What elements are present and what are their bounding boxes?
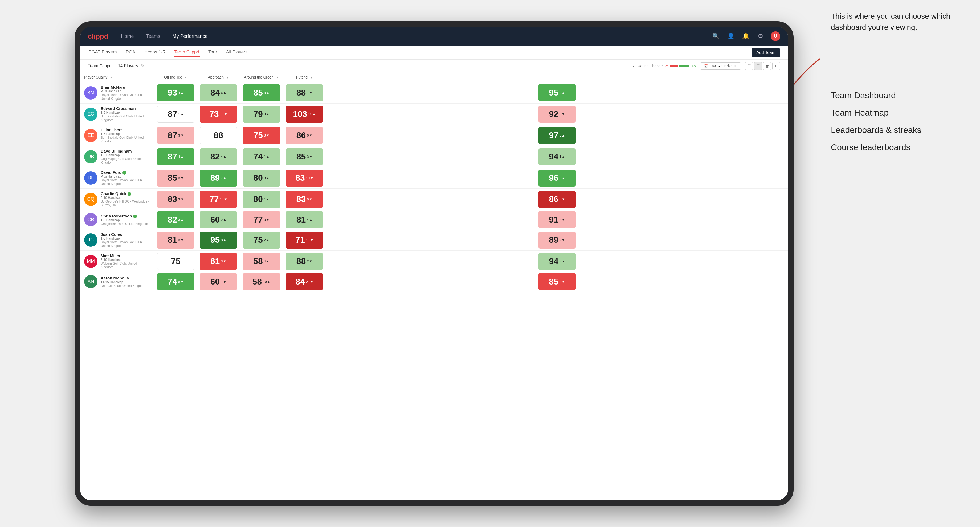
player-info-container: DB Dave Billingham 1-5 Handicap Gog Mago… [80, 146, 154, 167]
edit-icon[interactable]: ✎ [141, 63, 144, 68]
player-club: St. George's Hill GC - Weybridge - Surre… [101, 200, 150, 207]
down-arrow: ▼ [224, 112, 228, 116]
score-change: 1▼ [307, 91, 312, 95]
score-value: 82 [168, 215, 177, 225]
change-neg: -5 [665, 64, 668, 68]
player-name[interactable]: Aaron Nicholls [101, 276, 145, 280]
heatmap-view-button[interactable]: ▦ [763, 62, 771, 70]
add-team-button[interactable]: Add Team [751, 48, 780, 57]
score-value: 84 [295, 277, 305, 287]
up-arrow: ▲ [562, 259, 565, 263]
bar-positive [679, 65, 689, 67]
score-cell-putting-7: 89 2▼ [326, 229, 788, 251]
score-value: 94 [549, 256, 558, 266]
score-cell-approach-8: 58 4▲ [240, 251, 283, 272]
score-box: 88 2▼ [286, 253, 323, 270]
score-cell-around-1: 103 15▲ [283, 103, 326, 125]
nav-performance[interactable]: My Performance [170, 32, 210, 40]
score-box: 86 8▼ [538, 191, 576, 208]
player-name[interactable]: Charlie Quick [101, 191, 150, 196]
score-change: 6▼ [307, 197, 312, 201]
score-cell-approach-0: 85 8▲ [240, 82, 283, 103]
subnav-tour[interactable]: Tour [208, 48, 218, 57]
up-arrow: ▲ [223, 176, 226, 180]
subnav-hcaps[interactable]: Hcaps 1-5 [144, 48, 165, 57]
score-value: 60 [210, 215, 220, 225]
annotation-item-leaderboards: Leaderboards & streaks [831, 125, 964, 135]
player-details: Blair McHarg Plus Handicap Royal North D… [101, 85, 150, 101]
up-arrow: ▲ [266, 238, 269, 242]
score-value: 71 [295, 235, 305, 245]
player-name[interactable]: Dave Billingham [101, 149, 150, 153]
score-value: 81 [296, 215, 306, 225]
col-header-tee[interactable]: Off the Tee ▼ [154, 72, 197, 82]
score-cell-putting-8: 94 3▲ [326, 251, 788, 272]
player-details: Dave Billingham 1-5 Handicap Gog Magog G… [101, 149, 150, 165]
player-name[interactable]: Chris Robertson [101, 214, 148, 218]
score-value: 85 [296, 152, 306, 162]
down-arrow: ▼ [562, 238, 565, 242]
table-row[interactable]: DF David Ford Plus Handicap Royal North … [80, 167, 788, 189]
table-row[interactable]: AN Aaron Nicholls 11-15 Handicap Drift G… [80, 272, 788, 291]
table-row[interactable]: CQ Charlie Quick 6-10 Handicap St. Georg… [80, 189, 788, 210]
player-name[interactable]: Blair McHarg [101, 85, 150, 89]
score-box: 97 5▲ [538, 127, 576, 144]
subnav-pga[interactable]: PGA [125, 48, 136, 57]
score-cell-tee-9: 60 1▼ [197, 272, 240, 291]
table-row[interactable]: CR Chris Robertson 1-5 Handicap Craigmil… [80, 210, 788, 229]
player-name[interactable]: David Ford [101, 170, 150, 175]
score-cell-player_quality-3: 87 4▲ [154, 146, 197, 167]
table-row[interactable]: DB Dave Billingham 1-5 Handicap Gog Mago… [80, 146, 788, 167]
score-box: 91 3▼ [538, 211, 576, 228]
score-box: 83 10▼ [286, 170, 323, 187]
subnav-all-players[interactable]: All Players [226, 48, 248, 57]
player-name[interactable]: Edward Crossman [101, 106, 150, 111]
score-value: 97 [549, 130, 558, 140]
score-box: 96 3▲ [538, 170, 576, 187]
grid-view-button[interactable]: ☷ [745, 62, 753, 70]
player-club: Woburn Golf Club, United Kingdom [101, 262, 150, 269]
nav-home[interactable]: Home [119, 32, 136, 40]
user-avatar[interactable]: U [771, 32, 780, 41]
person-icon[interactable]: 👤 [726, 32, 735, 41]
player-cell-2: EE Elliot Ebert 1-5 Handicap Sunningdale… [80, 125, 154, 146]
col-header-putting[interactable]: Putting ▼ [283, 72, 326, 82]
table-row[interactable]: EE Elliot Ebert 1-5 Handicap Sunningdale… [80, 125, 788, 146]
subnav-pgat[interactable]: PGAT Players [88, 48, 117, 57]
last-rounds-button[interactable]: 📅 Last Rounds: 20 [700, 62, 741, 70]
list-view-button[interactable]: ☰ [754, 62, 762, 70]
col-header-around[interactable]: Around the Green ▼ [240, 72, 283, 82]
player-name[interactable]: Matt Miller [101, 253, 150, 258]
table-row[interactable]: BM Blair McHarg Plus Handicap Royal Nort… [80, 82, 788, 103]
bar-negative [670, 65, 678, 67]
player-details: Charlie Quick 6-10 Handicap St. George's… [101, 191, 150, 207]
table-row[interactable]: MM Matt Miller 6-10 Handicap Woburn Golf… [80, 251, 788, 272]
score-change: 4▲ [221, 155, 226, 159]
score-change: 11▼ [220, 112, 228, 116]
player-name[interactable]: Josh Coles [101, 232, 150, 237]
player-name[interactable]: Elliot Ebert [101, 127, 150, 132]
last-rounds-value: 20 [733, 64, 737, 68]
score-cell-around-4: 83 10▼ [283, 167, 326, 189]
sort-button[interactable]: ⇵ [772, 62, 780, 70]
player-avatar: MM [84, 255, 97, 268]
player-cell-3: DB Dave Billingham 1-5 Handicap Gog Mago… [80, 146, 154, 167]
search-icon[interactable]: 🔍 [711, 32, 721, 41]
table-row[interactable]: EC Edward Crossman 1-5 Handicap Sunningd… [80, 103, 788, 125]
down-arrow: ▼ [309, 197, 313, 201]
nav-teams[interactable]: Teams [144, 32, 162, 40]
subnav-team-clippd[interactable]: Team Clippd [173, 48, 200, 57]
score-value: 93 [168, 88, 177, 98]
col-header-player[interactable]: Player Quality ▼ [80, 72, 154, 82]
score-change: 10▼ [306, 176, 313, 180]
score-box: 71 11▼ [286, 232, 323, 249]
data-table: Player Quality ▼ Off the Tee ▼ Approach … [80, 72, 788, 291]
settings-icon[interactable]: ⚙ [756, 32, 765, 41]
table-row[interactable]: JC Josh Coles 1-5 Handicap Royal North D… [80, 229, 788, 251]
score-change: 2▲ [264, 238, 269, 242]
team-name: Team Clippd [88, 63, 111, 68]
col-header-approach[interactable]: Approach ▼ [197, 72, 240, 82]
sort-arrow-player: ▼ [110, 76, 113, 79]
putting-label: Putting [296, 75, 307, 79]
bell-icon[interactable]: 🔔 [741, 32, 751, 41]
